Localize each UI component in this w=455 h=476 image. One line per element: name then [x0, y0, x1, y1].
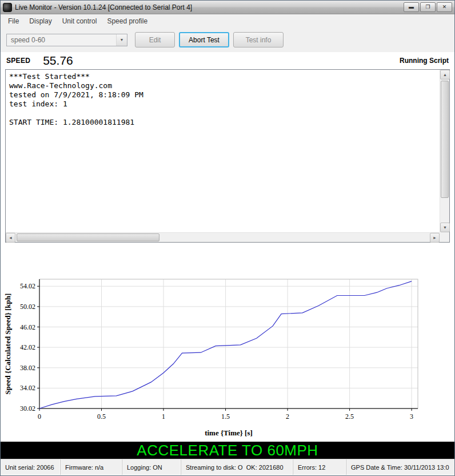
svg-text:34.02: 34.02 — [20, 384, 35, 392]
instruction-banner-text: ACCELERATE TO 60MPH — [137, 442, 318, 459]
speed-label: SPEED — [6, 57, 30, 65]
speed-value: 55.76 — [43, 54, 73, 68]
svg-text:3: 3 — [410, 412, 413, 421]
test-profile-dropdown-value: speed 0-60 — [11, 36, 45, 44]
abort-test-button[interactable]: Abort Test — [179, 32, 229, 47]
window-title: Live Monitor - Version 10.1.24 [Connecte… — [15, 3, 192, 11]
status-firmware: Firmware: n/a — [61, 459, 122, 475]
status-gps-datetime: GPS Date & Time: 30/11/2013 13:0 — [346, 459, 454, 475]
window-controls: ▬ ❐ ✕ — [404, 2, 452, 12]
test-profile-dropdown[interactable]: speed 0-60 ▼ — [6, 34, 127, 46]
svg-text:42.02: 42.02 — [20, 343, 35, 351]
menu-speed-profile[interactable]: Speed profile — [102, 15, 153, 27]
chevron-down-icon[interactable]: ▼ — [116, 34, 127, 46]
svg-text:38.02: 38.02 — [20, 364, 35, 372]
menu-unit-control[interactable]: Unit control — [57, 15, 102, 27]
status-streaming: Streaming to disk: O OK: 2021680 — [181, 459, 293, 475]
svg-text:time {Time} [s]: time {Time} [s] — [205, 429, 253, 437]
scrollbar-corner — [440, 232, 449, 242]
horizontal-scroll-thumb[interactable] — [17, 233, 159, 241]
instruction-banner: ACCELERATE TO 60MPH — [1, 442, 454, 459]
log-text: ***Test Started*** www.Race-Technology.c… — [6, 70, 439, 232]
status-unit-serial: Unit serial: 20066 — [1, 459, 61, 475]
speed-chart: 30.0234.0238.0242.0246.0250.0254.0200.51… — [1, 270, 454, 442]
vertical-scrollbar[interactable]: ▲ ▼ — [440, 70, 449, 232]
statusbar: Unit serial: 20066 Firmware: n/a Logging… — [1, 459, 454, 475]
svg-text:54.02: 54.02 — [20, 282, 35, 290]
menubar: File Display Unit control Speed profile — [1, 14, 454, 27]
scroll-right-icon[interactable]: ► — [430, 233, 440, 243]
scroll-down-icon[interactable]: ▼ — [440, 223, 450, 232]
speed-chart-svg: 30.0234.0238.0242.0246.0250.0254.0200.51… — [1, 270, 454, 442]
horizontal-scrollbar[interactable]: ◄ ► — [6, 232, 440, 242]
menu-display[interactable]: Display — [24, 15, 57, 27]
svg-text:30.02: 30.02 — [20, 404, 35, 412]
close-button[interactable]: ✕ — [437, 2, 452, 12]
minimize-icon: ▬ — [409, 4, 414, 10]
test-info-button[interactable]: Test info — [233, 32, 284, 47]
toolbar: speed 0-60 ▼ Edit Abort Test Test info — [1, 27, 454, 52]
speed-readout-row: SPEED 55.76 Running Script — [1, 52, 454, 68]
close-icon: ✕ — [442, 4, 447, 10]
client-area: SPEED 55.76 Running Script ***Test Start… — [1, 52, 454, 476]
maximize-icon: ❐ — [425, 4, 430, 10]
titlebar: Live Monitor - Version 10.1.24 [Connecte… — [1, 1, 454, 14]
log-textarea[interactable]: ***Test Started*** www.Race-Technology.c… — [5, 69, 450, 243]
status-logging: Logging: ON — [122, 459, 181, 475]
svg-text:50.02: 50.02 — [20, 303, 35, 311]
svg-text:Speed {Calculated Speed} [kph]: Speed {Calculated Speed} [kph] — [3, 293, 12, 395]
edit-button[interactable]: Edit — [135, 32, 175, 47]
vertical-scroll-thumb[interactable] — [441, 81, 449, 198]
maximize-button[interactable]: ❐ — [420, 2, 436, 12]
svg-text:1.5: 1.5 — [221, 412, 230, 421]
svg-text:1: 1 — [162, 412, 165, 421]
minimize-button[interactable]: ▬ — [404, 2, 419, 12]
app-window: Live Monitor - Version 10.1.24 [Connecte… — [0, 0, 455, 476]
svg-text:2: 2 — [286, 412, 289, 421]
script-status: Running Script — [400, 57, 449, 65]
app-icon — [3, 3, 12, 12]
svg-text:0.5: 0.5 — [97, 412, 106, 421]
scroll-up-icon[interactable]: ▲ — [440, 70, 450, 80]
svg-text:2.5: 2.5 — [345, 412, 354, 421]
svg-text:0: 0 — [38, 412, 41, 421]
menu-file[interactable]: File — [3, 15, 24, 27]
status-errors: Errors: 12 — [293, 459, 346, 475]
scroll-left-icon[interactable]: ◄ — [6, 233, 15, 243]
svg-text:46.02: 46.02 — [20, 323, 35, 331]
